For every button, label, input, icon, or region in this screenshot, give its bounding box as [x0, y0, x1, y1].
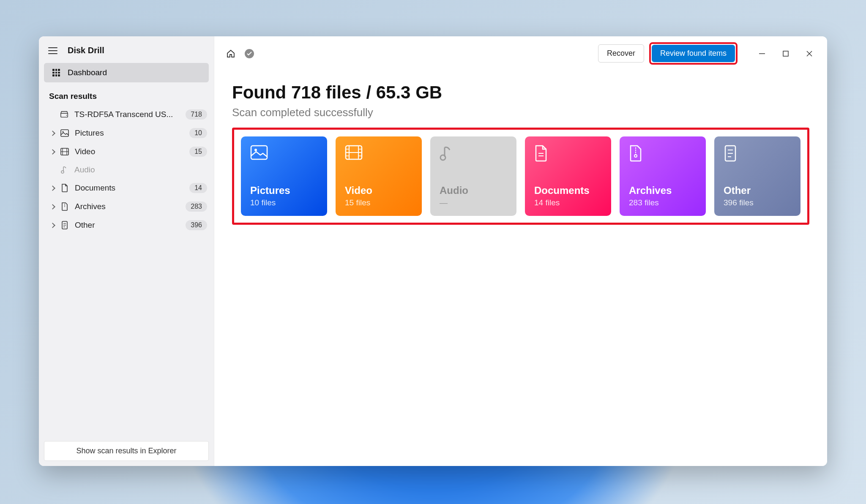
svg-point-18 [254, 149, 257, 151]
card-archives[interactable]: Archives 283 files [620, 136, 706, 216]
sidebar-item-label: Audio [74, 165, 207, 174]
sidebar-item-label: Other [75, 221, 180, 230]
svg-point-31 [634, 155, 637, 157]
review-found-items-button[interactable]: Review found items [652, 45, 735, 62]
sidebar-item-label: Archives [75, 202, 180, 211]
card-count: 396 files [724, 198, 791, 207]
card-count: 14 files [534, 198, 602, 207]
card-documents[interactable]: Documents 14 files [525, 136, 611, 216]
results-headline: Found 718 files / 65.3 GB [232, 82, 809, 103]
sidebar-item-documents[interactable]: Documents 14 [39, 179, 214, 197]
svg-point-7 [61, 171, 64, 173]
archive-icon [629, 145, 647, 163]
other-file-icon [60, 221, 69, 229]
review-button-highlight: Review found items [649, 42, 738, 65]
sidebar-item-label: Pictures [75, 128, 183, 138]
hamburger-menu-icon[interactable] [48, 47, 57, 54]
card-other[interactable]: Other 396 files [714, 136, 800, 216]
video-icon [345, 145, 363, 163]
window-maximize-button[interactable] [776, 45, 796, 62]
chevron-right-icon [50, 223, 55, 228]
audio-icon [60, 166, 68, 174]
card-audio: Audio — [430, 136, 516, 216]
sidebar-item-label: Documents [75, 183, 183, 193]
card-video[interactable]: Video 15 files [336, 136, 422, 216]
card-title: Documents [534, 185, 602, 196]
card-count: — [440, 198, 507, 207]
home-icon[interactable] [226, 49, 235, 58]
count-badge: 283 [186, 202, 207, 212]
picture-icon [250, 145, 268, 163]
dashboard-grid-icon [52, 69, 60, 76]
nav-dashboard[interactable]: Dashboard [44, 63, 209, 82]
video-icon [60, 147, 69, 156]
card-title: Other [724, 185, 791, 196]
card-title: Video [345, 185, 413, 196]
drive-icon [60, 110, 68, 119]
svg-point-27 [440, 155, 445, 160]
other-file-icon [724, 145, 741, 163]
chevron-right-icon [50, 149, 55, 155]
document-icon [60, 184, 69, 192]
card-title: Archives [629, 185, 697, 196]
card-pictures[interactable]: Pictures 10 files [241, 136, 327, 216]
card-title: Audio [440, 185, 507, 196]
document-icon [534, 145, 552, 163]
titlebar: Recover Review found items [214, 36, 827, 71]
window-close-button[interactable] [799, 45, 820, 62]
device-label: TS-RDF5A Transcend US... [74, 110, 180, 119]
sidebar-item-audio[interactable]: Audio [39, 161, 214, 179]
archive-icon [60, 202, 69, 211]
card-count: 283 files [629, 198, 697, 207]
card-title: Pictures [250, 185, 318, 196]
recover-button[interactable]: Recover [598, 44, 644, 63]
svg-rect-17 [251, 146, 267, 159]
svg-rect-1 [61, 130, 68, 136]
count-badge: 15 [189, 147, 207, 157]
window-minimize-button[interactable] [752, 45, 772, 62]
count-badge: 10 [189, 128, 207, 138]
chevron-right-icon [50, 131, 55, 136]
chevron-right-icon [50, 204, 55, 210]
sidebar-item-pictures[interactable]: Pictures 10 [39, 124, 214, 142]
results-subhead: Scan completed successfully [232, 106, 809, 119]
check-circle-icon[interactable] [245, 49, 254, 58]
sidebar-item-label: Video [75, 147, 183, 156]
device-item[interactable]: TS-RDF5A Transcend US... 718 [39, 105, 214, 124]
sidebar-item-archives[interactable]: Archives 283 [39, 197, 214, 216]
sidebar-header: Disk Drill [39, 36, 214, 63]
count-badge: 396 [186, 220, 207, 230]
count-badge: 14 [189, 183, 207, 193]
sidebar-item-other[interactable]: Other 396 [39, 216, 214, 234]
card-count: 15 files [345, 198, 413, 207]
sidebar: Disk Drill Dashboard Scan results TS-RDF… [39, 36, 214, 466]
chevron-right-icon [50, 185, 55, 191]
app-title: Disk Drill [68, 46, 104, 55]
card-count: 10 files [250, 198, 318, 207]
scan-results-section-label: Scan results [39, 82, 214, 105]
device-count-badge: 718 [186, 109, 207, 120]
nav-dashboard-label: Dashboard [68, 68, 107, 77]
picture-icon [60, 129, 69, 137]
svg-rect-14 [783, 51, 788, 56]
audio-icon [440, 145, 457, 163]
svg-point-0 [66, 115, 67, 116]
sidebar-item-video[interactable]: Video 15 [39, 142, 214, 161]
show-in-explorer-button[interactable]: Show scan results in Explorer [44, 441, 209, 461]
main-content: Recover Review found items [214, 36, 827, 466]
app-window: Disk Drill Dashboard Scan results TS-RDF… [39, 36, 827, 466]
category-cards-highlight: Pictures 10 files Video 15 files Audio — [232, 128, 809, 225]
